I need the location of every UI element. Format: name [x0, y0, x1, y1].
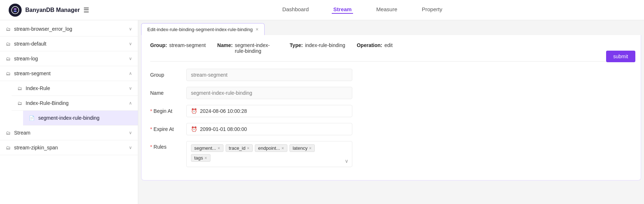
chevron-down-icon: ∨ — [129, 41, 132, 46]
folder-icon: 🗂 — [6, 71, 10, 76]
info-operation-label: Operation: — [357, 42, 382, 48]
main-layout: 🗂 stream-browser_error_log ∨ 🗂 stream-de… — [0, 20, 644, 204]
sidebar: 🗂 stream-browser_error_log ∨ 🗂 stream-de… — [0, 20, 138, 204]
nav-measure[interactable]: Measure — [375, 6, 399, 14]
clock-icon: ⏰ — [191, 108, 197, 114]
sidebar-item-stream-log[interactable]: 🗂 stream-log ∨ — [0, 51, 138, 66]
tag-close-trace-id[interactable]: × — [247, 146, 249, 151]
folder-icon: 🗂 — [6, 145, 10, 150]
form-row-begin-at: * Begin At ⏰ 2024-08-06 10:00:28 — [150, 105, 632, 117]
nav-stream[interactable]: Stream — [332, 6, 353, 14]
menu-icon[interactable]: ☰ — [83, 6, 89, 14]
form-panel: Group: stream-segment Name: segment-inde… — [141, 35, 641, 180]
logo-area: BanyanDB Manager ☰ — [9, 4, 89, 17]
sidebar-item-stream[interactable]: 🗂 Stream ∨ — [0, 126, 138, 140]
main-nav: Dashboard Stream Measure Property — [89, 6, 635, 14]
field-label-begin-at: * Begin At — [150, 108, 186, 114]
clock-icon: ⏰ — [191, 126, 197, 132]
tag-label-segment: segment... — [194, 145, 216, 151]
chevron-up-icon: ∧ — [129, 101, 132, 106]
tab-edit-index-rule-binding[interactable]: Edit-index-rule-binding-segment-index-ru… — [141, 23, 265, 35]
tag-tags: tags × — [191, 154, 210, 162]
sidebar-item-stream-browser-error-log[interactable]: 🗂 stream-browser_error_log ∨ — [0, 22, 138, 37]
sidebar-sub-index-rule-area: 🗂 Index-Rule ∨ 🗂 Index-Rule-Binding ∧ 📄 … — [0, 81, 138, 126]
chevron-down-icon: ∨ — [129, 26, 132, 31]
sidebar-item-index-rule-binding[interactable]: 🗂 Index-Rule-Binding ∧ — [12, 96, 138, 111]
top-nav: BanyanDB Manager ☰ Dashboard Stream Meas… — [0, 0, 644, 20]
chevron-down-icon: ∨ — [129, 145, 132, 150]
tag-segment: segment... × — [191, 144, 223, 152]
folder-icon: 🗂 — [6, 26, 10, 32]
info-name: Name: segment-index-rule-binding — [217, 42, 278, 54]
info-name-value: segment-index-rule-binding — [235, 42, 278, 54]
sidebar-item-stream-segment[interactable]: 🗂 stream-segment ∧ — [0, 66, 138, 81]
form-row-group: Group — [150, 69, 632, 81]
tag-latency: latency × — [290, 144, 315, 152]
form-row-expire-at: * Expire At ⏰ 2099-01-01 08:00:00 — [150, 123, 632, 135]
file-icon: 📄 — [29, 115, 35, 121]
info-operation: Operation: edit — [357, 42, 392, 48]
begin-at-value: 2024-08-06 10:00:28 — [200, 108, 247, 114]
tag-close-endpoint[interactable]: × — [282, 146, 284, 151]
sidebar-item-stream-zipkin-span[interactable]: 🗂 stream-zipkin_span ∨ — [0, 140, 138, 155]
info-name-label: Name: — [217, 42, 233, 48]
info-group-value: stream-segment — [169, 42, 206, 48]
field-label-expire-at: * Expire At — [150, 126, 186, 132]
form-row-rules: * Rules segment... × trace_id × endpoint… — [150, 141, 632, 167]
chevron-down-icon: ∨ — [129, 86, 132, 91]
expire-at-value: 2099-01-01 08:00:00 — [200, 126, 247, 132]
submit-button[interactable]: submit — [606, 51, 635, 62]
app-title: BanyanDB Manager — [25, 7, 80, 13]
content-wrapper: Edit-index-rule-binding-segment-index-ru… — [138, 20, 644, 180]
expire-at-input[interactable]: ⏰ 2099-01-01 08:00:00 — [186, 123, 352, 135]
nav-dashboard[interactable]: Dashboard — [281, 6, 310, 14]
info-type: Type: index-rule-binding — [290, 42, 345, 48]
tags-second-row: tags × — [191, 154, 348, 162]
rules-tags-container[interactable]: segment... × trace_id × endpoint... × — [186, 141, 352, 167]
tag-close-tags[interactable]: × — [205, 156, 207, 161]
folder-icon: 🗂 — [6, 41, 10, 47]
tab-bar: Edit-index-rule-binding-segment-index-ru… — [138, 20, 644, 35]
sidebar-item-stream-default[interactable]: 🗂 stream-default ∨ — [0, 37, 138, 51]
field-label-rules: * Rules — [150, 141, 186, 150]
svg-point-0 — [12, 7, 19, 14]
tab-close-button[interactable]: × — [256, 26, 258, 32]
folder-icon: 🗂 — [17, 86, 22, 91]
chevron-down-icon: ∨ — [129, 130, 132, 135]
sidebar-item-index-rule[interactable]: 🗂 Index-Rule ∨ — [12, 81, 138, 96]
info-group: Group: stream-segment — [150, 42, 206, 48]
folder-icon: 🗂 — [6, 56, 10, 61]
field-label-group: Group — [150, 72, 186, 78]
folder-icon: 🗂 — [17, 101, 22, 106]
folder-icon: 🗂 — [6, 130, 10, 136]
tag-label-trace-id: trace_id — [229, 145, 245, 151]
sidebar-sub2: 📄 segment-index-rule-binding — [12, 111, 138, 126]
tag-label-tags: tags — [194, 155, 203, 161]
sidebar-item-segment-index-rule-binding[interactable]: 📄 segment-index-rule-binding — [23, 111, 138, 126]
tag-endpoint: endpoint... × — [255, 144, 287, 152]
begin-at-input[interactable]: ⏰ 2024-08-06 10:00:28 — [186, 105, 352, 117]
info-group-label: Group: — [150, 42, 167, 48]
chevron-down-icon: ∨ — [129, 56, 132, 61]
nav-property[interactable]: Property — [421, 6, 444, 14]
tab-label: Edit-index-rule-binding-segment-index-ru… — [147, 27, 253, 32]
info-type-label: Type: — [290, 42, 303, 48]
logo-icon — [9, 4, 22, 17]
tags-chevron-down-icon[interactable]: ∨ — [345, 158, 348, 164]
name-input[interactable] — [186, 87, 352, 99]
form-row-name: Name — [150, 87, 632, 99]
content-area: Edit-index-rule-binding-segment-index-ru… — [138, 20, 644, 204]
field-label-name: Name — [150, 90, 186, 96]
tag-close-segment[interactable]: × — [218, 146, 220, 151]
tag-label-latency: latency — [293, 145, 308, 151]
tag-trace-id: trace_id × — [226, 144, 253, 152]
group-input[interactable] — [186, 69, 352, 81]
chevron-up-icon: ∧ — [129, 71, 132, 76]
info-type-value: index-rule-binding — [305, 42, 345, 48]
info-operation-value: edit — [384, 42, 393, 48]
tag-close-latency[interactable]: × — [309, 146, 312, 151]
info-row: Group: stream-segment Name: segment-inde… — [150, 42, 632, 61]
tag-label-endpoint: endpoint... — [258, 145, 280, 151]
